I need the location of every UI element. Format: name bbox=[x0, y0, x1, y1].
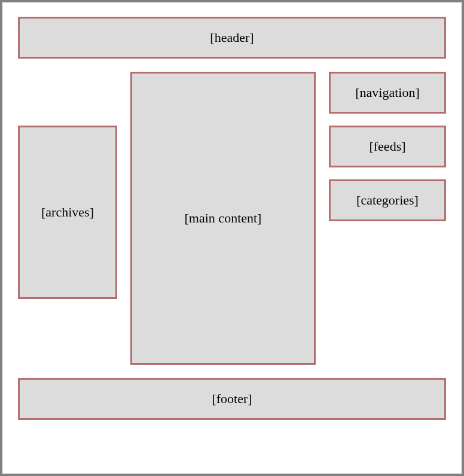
feeds-label: [feeds] bbox=[369, 139, 405, 154]
footer-region: [footer] bbox=[18, 378, 446, 420]
navigation-label: [navigation] bbox=[355, 85, 420, 100]
navigation-region: [navigation] bbox=[329, 72, 446, 114]
main-content-label: [main content] bbox=[185, 210, 262, 226]
header-label: [header] bbox=[210, 30, 254, 45]
header-region: [header] bbox=[18, 17, 446, 59]
categories-region: [categories] bbox=[329, 179, 446, 221]
categories-label: [categories] bbox=[356, 193, 419, 208]
feeds-region: [feeds] bbox=[329, 126, 446, 167]
archives-label: [archives] bbox=[41, 205, 94, 220]
main-content-region: [main content] bbox=[130, 72, 316, 365]
footer-label: [footer] bbox=[212, 391, 252, 407]
archives-region: [archives] bbox=[18, 126, 117, 299]
